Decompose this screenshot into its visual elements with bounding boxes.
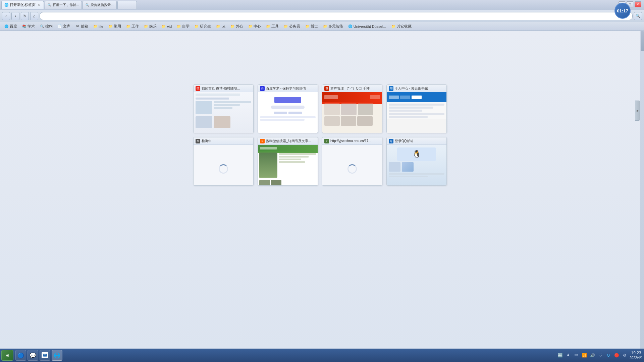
- thumb-sogou[interactable]: S 搜狗微信搜索_订阅号及文章...: [258, 137, 318, 186]
- scrollbar[interactable]: [640, 31, 644, 349]
- spinner: [219, 164, 228, 174]
- multi-label: 多元智能: [328, 24, 343, 29]
- refresh-button[interactable]: ↻: [21, 12, 29, 20]
- thumb-zhihu[interactable]: 知 个人中心 - 知云图书馆: [386, 84, 447, 133]
- bookmark-baidu[interactable]: 🌐 百度: [2, 23, 19, 29]
- bookmark-common[interactable]: 📁 常用: [106, 23, 123, 29]
- tray-lang-icon[interactable]: A: [565, 352, 571, 358]
- sougou-label: 搜狗: [45, 24, 53, 29]
- tray-cn-icon[interactable]: 中: [573, 352, 579, 358]
- baidu-academic-favicon: 百: [260, 86, 265, 91]
- txt-icon: 📁: [216, 24, 220, 29]
- bookmark-foreign[interactable]: 📁 外心: [228, 23, 245, 29]
- tab-favicon: 🌐: [4, 3, 8, 7]
- back-button[interactable]: ‹: [2, 12, 10, 20]
- tab-new-tab[interactable]: 🌐 打开新的标签页 ×: [1, 1, 44, 9]
- civil-label: 公务员: [289, 24, 300, 29]
- address-bar[interactable]: [40, 12, 633, 20]
- bookmark-research[interactable]: 📁 研究生: [192, 23, 213, 29]
- bookmark-civil[interactable]: 📁 公务员: [281, 23, 302, 29]
- other-icon: 📁: [391, 24, 396, 29]
- wenku-label: 文库: [63, 24, 70, 29]
- tab-2[interactable]: 🔍 百度一下，你就...: [45, 1, 82, 9]
- sogou-preview: [258, 145, 318, 185]
- tray-settings-icon[interactable]: ⚙: [622, 352, 628, 358]
- scrollbar-thumb[interactable]: [641, 31, 644, 51]
- bookmark-txt[interactable]: 📁 txt: [214, 23, 227, 29]
- qunhui-title: 群晖管理 （* ·*）Q口 千杯: [330, 86, 370, 91]
- mail-icon: ✉: [75, 24, 80, 29]
- thumb-baidu[interactable]: 百 百度学术 - 保持学习的热情: [258, 84, 318, 133]
- tray-network-icon[interactable]: 📶: [581, 352, 587, 358]
- bookmark-multi[interactable]: 📁 多元智能: [321, 23, 345, 29]
- bookmark-sougou[interactable]: 🔍 搜狗: [38, 23, 55, 29]
- university-icon: 🌐: [348, 24, 353, 29]
- baidu-preview: [258, 92, 318, 133]
- thumb-weibo[interactable]: 微 我的首页 微博-随时随地...: [193, 84, 254, 133]
- work-icon: 📁: [126, 24, 130, 29]
- foreign-icon: 📁: [230, 24, 235, 29]
- phd-label: 博士: [311, 24, 318, 29]
- tool-icon: 📁: [266, 24, 270, 29]
- mail-label: 邮箱: [81, 24, 88, 29]
- bookmark-wenku[interactable]: 📄 文库: [55, 23, 72, 29]
- thumb-qqmail[interactable]: Q 登录QQ邮箱 🐧: [386, 137, 447, 186]
- research-icon: 📁: [194, 24, 199, 29]
- qqmail-title: 登录QQ邮箱: [395, 139, 414, 143]
- thumb-yjsc[interactable]: Y http://yjsc.shnu.edu.cn/17...: [322, 137, 382, 186]
- tab-3[interactable]: 🔍 搜狗微信搜索...: [83, 1, 116, 9]
- weibo-title: 我的首页 微博-随时随地...: [202, 86, 240, 91]
- yjsc-preview: [322, 145, 382, 186]
- loading-favicon: ⚙: [196, 139, 200, 143]
- browser-icon: 🌐: [54, 352, 60, 359]
- bookmark-center[interactable]: 📁 中心: [246, 23, 263, 29]
- sidebar-tab[interactable]: ▶: [635, 101, 640, 121]
- bookmark-life[interactable]: 📁 life: [91, 23, 105, 29]
- common-icon: 📁: [108, 24, 113, 29]
- zhihu-favicon: 知: [389, 86, 393, 91]
- bookmark-vid[interactable]: 📁 vid: [159, 23, 174, 29]
- tab-label: 打开新的标签页: [10, 2, 36, 7]
- bookmark-xueshu[interactable]: 📚 学术: [20, 23, 37, 29]
- taskbar-orb[interactable]: 🔵: [15, 350, 26, 361]
- taskbar: ⊞ 🔵 💬 W 🌐 🔤 A 中 📶 🔊 🛡 Q 🔴 ⚙ 19:23 2022/4…: [0, 349, 644, 362]
- tab-close-btn[interactable]: ×: [37, 3, 41, 7]
- thumb-qunhui[interactable]: 群 群晖管理 （* ·*）Q口 千杯: [322, 84, 382, 133]
- phd-icon: 📁: [305, 24, 310, 29]
- university-label: Universität Düssel...: [354, 24, 386, 28]
- bookmark-work[interactable]: 📁 工作: [124, 23, 141, 29]
- thumb-loading-card[interactable]: ⚙ 检测中: [193, 137, 254, 186]
- tray-volume-icon[interactable]: 🔊: [589, 352, 595, 358]
- tray-input-icon[interactable]: 🔤: [557, 352, 563, 358]
- bookmark-self[interactable]: 📁 自学: [174, 23, 192, 29]
- start-button[interactable]: ⊞: [1, 350, 13, 361]
- bookmark-university[interactable]: 🌐 Universität Düssel...: [346, 23, 388, 29]
- taskbar-word[interactable]: W: [40, 350, 50, 361]
- qqmail-favicon: Q: [389, 139, 393, 143]
- civil-icon: 📁: [283, 24, 288, 29]
- tray-chrome-icon[interactable]: 🔴: [613, 352, 620, 358]
- search-button[interactable]: 🔍: [634, 12, 642, 20]
- yjsc-favicon: Y: [324, 139, 329, 143]
- tab-3-label: 搜狗微信搜索...: [91, 3, 113, 7]
- qunhui-preview: [322, 92, 382, 133]
- bookmark-ent[interactable]: 📁 娱乐: [142, 23, 159, 29]
- vid-icon: 📁: [161, 24, 166, 29]
- bookmark-other[interactable]: 📁 其它收藏: [389, 23, 414, 29]
- close-button[interactable]: ✕: [635, 1, 641, 7]
- tray-qqbrowser-icon[interactable]: Q: [605, 352, 611, 358]
- tray-antivirus-icon[interactable]: 🛡: [597, 352, 603, 358]
- tab-4[interactable]: [117, 1, 137, 9]
- bookmark-mail[interactable]: ✉ 邮箱: [73, 23, 90, 29]
- word-icon: W: [42, 352, 48, 358]
- vid-label: vid: [167, 24, 172, 28]
- taskbar-browser[interactable]: 🌐: [52, 350, 62, 361]
- bookmark-phd[interactable]: 📁 博士: [303, 23, 320, 29]
- forward-button[interactable]: ›: [11, 12, 19, 20]
- taskbar-wechat[interactable]: 💬: [28, 350, 38, 361]
- txt-label: txt: [221, 24, 225, 28]
- home-button[interactable]: ⌂: [30, 12, 38, 20]
- bookmark-tool[interactable]: 📁 工具: [264, 23, 281, 29]
- tab-3-favicon: 🔍: [86, 3, 89, 7]
- main-content: 微 我的首页 微博-随时随地...: [0, 31, 640, 349]
